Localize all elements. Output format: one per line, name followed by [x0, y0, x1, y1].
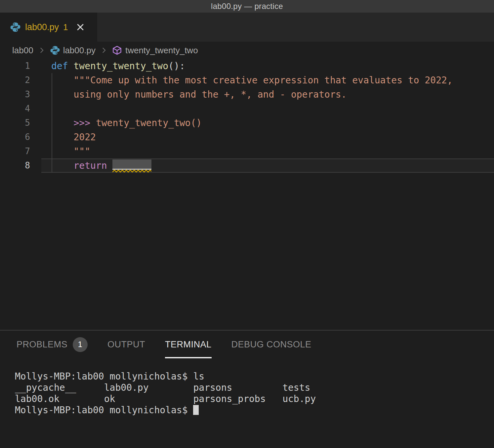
code-line[interactable]: 7 """ [0, 144, 494, 158]
window-titlebar[interactable]: lab00.py — practice [0, 0, 494, 13]
breadcrumb: lab00 lab00.py twenty_twenty_two [0, 42, 494, 59]
code-line[interactable]: 4 [0, 102, 494, 116]
indent-guide [52, 73, 52, 173]
code-line[interactable]: 1def twenty_twenty_two(): [0, 59, 494, 73]
code-lines: 1def twenty_twenty_two():2 """Come up wi… [0, 59, 494, 173]
breadcrumb-folder[interactable]: lab00 [12, 45, 33, 56]
code-line[interactable]: 2 """Come up with the most creative expr… [0, 73, 494, 87]
chevron-right-icon [100, 46, 108, 55]
close-icon[interactable] [75, 22, 85, 32]
code-line[interactable]: 3 using only numbers and the +, *, and -… [0, 87, 494, 102]
line-number: 5 [0, 116, 41, 130]
tab-output[interactable]: OUTPUT [107, 331, 145, 358]
problems-count-badge: 1 [73, 337, 88, 352]
code-text: 2022 [41, 130, 494, 144]
code-line[interactable]: 8 return [0, 158, 494, 173]
tab-filename: lab00.py [25, 22, 59, 32]
line-number: 7 [0, 144, 41, 158]
terminal-line: __pycache__ lab00.py parsons tests [15, 382, 494, 393]
breadcrumb-symbol[interactable]: twenty_twenty_two [112, 45, 198, 56]
chevron-right-icon [37, 46, 46, 55]
code-text: return [41, 158, 494, 173]
terminal[interactable]: Mollys-MBP:lab00 mollynicholas$ ls__pyca… [0, 358, 494, 416]
code-line[interactable]: 5 >>> twenty_twenty_two() [0, 116, 494, 130]
symbol-cube-icon [112, 45, 122, 55]
code-editor[interactable]: 1def twenty_twenty_two():2 """Come up wi… [0, 59, 494, 330]
line-number: 8 [0, 158, 41, 173]
line-number: 3 [0, 87, 41, 102]
python-icon [50, 45, 60, 55]
breadcrumb-file[interactable]: lab00.py [50, 45, 96, 56]
line-number: 4 [0, 102, 41, 116]
editor-tab-strip: lab00.py 1 [0, 13, 494, 42]
code-text [41, 102, 494, 116]
tab-problem-count: 1 [63, 22, 68, 32]
bottom-panel: PROBLEMS 1 OUTPUT TERMINAL DEBUG CONSOLE… [0, 330, 494, 448]
terminal-line: Mollys-MBP:lab00 mollynicholas$ [15, 405, 494, 416]
terminal-cursor [193, 405, 199, 415]
code-line[interactable]: 6 2022 [0, 130, 494, 144]
tab-debug-console[interactable]: DEBUG CONSOLE [231, 331, 311, 358]
panel-tab-bar: PROBLEMS 1 OUTPUT TERMINAL DEBUG CONSOLE [0, 331, 494, 358]
terminal-line: Mollys-MBP:lab00 mollynicholas$ ls [15, 371, 494, 382]
terminal-line: lab00.ok ok parsons_probs ucb.py [15, 393, 494, 405]
editor-tab-lab00[interactable]: lab00.py 1 [0, 13, 97, 42]
code-text: >>> twenty_twenty_two() [41, 116, 494, 130]
code-text: """ [41, 144, 494, 158]
line-number: 6 [0, 130, 41, 144]
code-text: """Come up with the most creative expres… [41, 73, 494, 87]
tab-problems[interactable]: PROBLEMS 1 [17, 331, 88, 358]
python-icon [10, 22, 21, 32]
line-number: 1 [0, 59, 41, 73]
selected-whitespace [112, 159, 151, 170]
window-title: lab00.py — practice [211, 2, 283, 11]
code-text: using only numbers and the +, *, and - o… [41, 87, 494, 102]
line-number: 2 [0, 73, 41, 87]
tab-terminal[interactable]: TERMINAL [165, 331, 212, 358]
code-text: def twenty_twenty_two(): [41, 59, 494, 73]
